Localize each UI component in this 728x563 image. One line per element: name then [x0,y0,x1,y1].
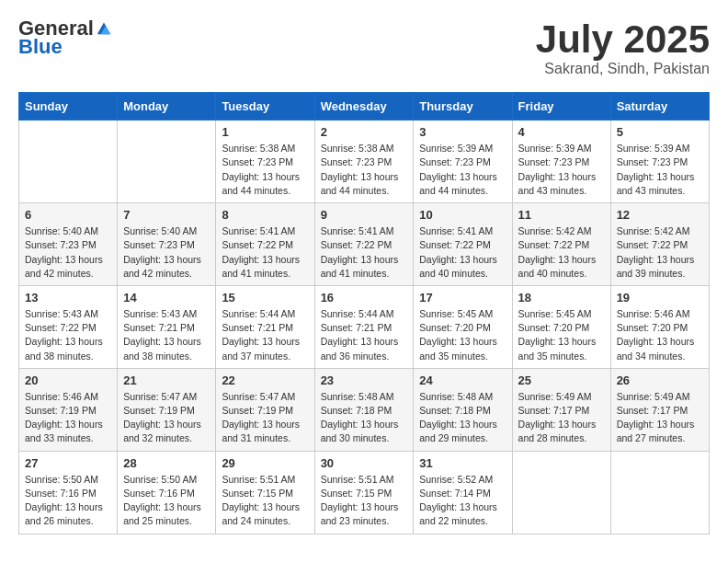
day-info: Sunrise: 5:51 AMSunset: 7:15 PMDaylight:… [222,473,308,529]
day-info: Sunrise: 5:50 AMSunset: 7:16 PMDaylight:… [25,473,111,529]
calendar-table: SundayMondayTuesdayWednesdayThursdayFrid… [18,92,710,534]
calendar-cell: 8Sunrise: 5:41 AMSunset: 7:22 PMDaylight… [216,203,314,286]
calendar-cell: 20Sunrise: 5:46 AMSunset: 7:19 PMDayligh… [19,368,118,451]
day-number: 1 [222,125,308,139]
day-number: 12 [617,208,703,222]
day-number: 23 [321,373,408,387]
day-number: 10 [419,208,506,222]
calendar-cell: 18Sunrise: 5:45 AMSunset: 7:20 PMDayligh… [512,285,610,368]
day-info: Sunrise: 5:47 AMSunset: 7:19 PMDaylight:… [123,390,210,446]
calendar-cell: 21Sunrise: 5:47 AMSunset: 7:19 PMDayligh… [118,368,216,451]
calendar-cell: 5Sunrise: 5:39 AMSunset: 7:23 PMDaylight… [610,121,709,203]
day-number: 28 [123,456,210,470]
day-number: 6 [25,208,111,222]
calendar-cell: 1Sunrise: 5:38 AMSunset: 7:23 PMDaylight… [216,121,314,203]
calendar-week-row: 6Sunrise: 5:40 AMSunset: 7:23 PMDaylight… [19,203,710,286]
calendar-week-row: 13Sunrise: 5:43 AMSunset: 7:22 PMDayligh… [19,285,710,368]
calendar-cell: 6Sunrise: 5:40 AMSunset: 7:23 PMDaylight… [19,203,118,286]
calendar-cell [118,121,216,203]
day-number: 11 [518,208,605,222]
calendar-cell: 17Sunrise: 5:45 AMSunset: 7:20 PMDayligh… [414,285,512,368]
day-info: Sunrise: 5:42 AMSunset: 7:22 PMDaylight:… [617,224,703,281]
day-number: 16 [321,291,408,304]
calendar-cell [19,121,118,203]
day-number: 13 [25,291,111,304]
calendar-week-row: 20Sunrise: 5:46 AMSunset: 7:19 PMDayligh… [19,368,710,451]
day-info: Sunrise: 5:45 AMSunset: 7:20 PMDaylight:… [419,307,506,363]
day-info: Sunrise: 5:48 AMSunset: 7:18 PMDaylight:… [419,390,506,446]
day-number: 15 [222,291,308,304]
day-info: Sunrise: 5:44 AMSunset: 7:21 PMDaylight:… [321,307,408,363]
calendar-cell: 27Sunrise: 5:50 AMSunset: 7:16 PMDayligh… [19,451,118,534]
calendar-cell: 26Sunrise: 5:49 AMSunset: 7:17 PMDayligh… [610,368,709,451]
day-info: Sunrise: 5:50 AMSunset: 7:16 PMDaylight:… [123,473,210,529]
calendar-cell: 3Sunrise: 5:39 AMSunset: 7:23 PMDaylight… [414,121,512,203]
day-number: 18 [518,291,605,304]
day-info: Sunrise: 5:44 AMSunset: 7:21 PMDaylight:… [222,307,308,363]
day-of-week-header: Thursday [414,93,512,121]
day-number: 22 [222,373,308,387]
day-of-week-header: Monday [118,93,216,121]
day-number: 20 [25,373,111,387]
day-info: Sunrise: 5:41 AMSunset: 7:22 PMDaylight:… [222,224,308,281]
calendar-cell: 23Sunrise: 5:48 AMSunset: 7:18 PMDayligh… [314,368,414,451]
day-of-week-header: Wednesday [314,93,414,121]
calendar-cell: 2Sunrise: 5:38 AMSunset: 7:23 PMDaylight… [314,121,414,203]
calendar-cell [610,451,709,534]
day-of-week-header: Saturday [610,93,709,121]
calendar-cell: 28Sunrise: 5:50 AMSunset: 7:16 PMDayligh… [118,451,216,534]
title-block: July 2025 Sakrand, Sindh, Pakistan [536,18,710,77]
calendar-cell: 13Sunrise: 5:43 AMSunset: 7:22 PMDayligh… [19,285,118,368]
day-of-week-header: Tuesday [216,93,314,121]
day-number: 31 [419,456,506,470]
day-number: 9 [321,208,408,222]
day-number: 27 [25,456,111,470]
calendar-cell [512,451,610,534]
day-number: 26 [617,373,703,387]
day-info: Sunrise: 5:43 AMSunset: 7:21 PMDaylight:… [123,307,210,363]
location-title: Sakrand, Sindh, Pakistan [536,61,710,77]
day-info: Sunrise: 5:49 AMSunset: 7:17 PMDaylight:… [518,390,605,446]
day-of-week-header: Sunday [19,93,118,121]
page-header: General Blue July 2025 Sakrand, Sindh, P… [18,18,710,77]
day-info: Sunrise: 5:42 AMSunset: 7:22 PMDaylight:… [518,224,605,281]
day-info: Sunrise: 5:41 AMSunset: 7:22 PMDaylight:… [321,224,408,281]
calendar-cell: 16Sunrise: 5:44 AMSunset: 7:21 PMDayligh… [314,285,414,368]
logo: General Blue [18,18,112,59]
day-number: 25 [518,373,605,387]
day-number: 8 [222,208,308,222]
calendar-cell: 7Sunrise: 5:40 AMSunset: 7:23 PMDaylight… [118,203,216,286]
month-title: July 2025 [536,18,710,61]
day-of-week-header: Friday [512,93,610,121]
day-info: Sunrise: 5:38 AMSunset: 7:23 PMDaylight:… [222,142,308,198]
calendar-cell: 11Sunrise: 5:42 AMSunset: 7:22 PMDayligh… [512,203,610,286]
logo-blue-text: Blue [18,35,63,59]
day-number: 30 [321,456,408,470]
calendar-week-row: 27Sunrise: 5:50 AMSunset: 7:16 PMDayligh… [19,451,710,534]
calendar-cell: 31Sunrise: 5:52 AMSunset: 7:14 PMDayligh… [414,451,512,534]
day-info: Sunrise: 5:41 AMSunset: 7:22 PMDaylight:… [419,224,506,281]
day-info: Sunrise: 5:39 AMSunset: 7:23 PMDaylight:… [617,142,703,198]
day-number: 19 [617,291,703,304]
day-number: 21 [123,373,210,387]
calendar-cell: 22Sunrise: 5:47 AMSunset: 7:19 PMDayligh… [216,368,314,451]
day-number: 29 [222,456,308,470]
calendar-cell: 25Sunrise: 5:49 AMSunset: 7:17 PMDayligh… [512,368,610,451]
day-number: 3 [419,125,506,139]
calendar-cell: 29Sunrise: 5:51 AMSunset: 7:15 PMDayligh… [216,451,314,534]
day-number: 5 [617,125,703,139]
day-info: Sunrise: 5:39 AMSunset: 7:23 PMDaylight:… [419,142,506,198]
day-info: Sunrise: 5:46 AMSunset: 7:19 PMDaylight:… [25,390,111,446]
day-number: 7 [123,208,210,222]
day-info: Sunrise: 5:46 AMSunset: 7:20 PMDaylight:… [617,307,703,363]
calendar-cell: 19Sunrise: 5:46 AMSunset: 7:20 PMDayligh… [610,285,709,368]
calendar-cell: 30Sunrise: 5:51 AMSunset: 7:15 PMDayligh… [314,451,414,534]
calendar-cell: 14Sunrise: 5:43 AMSunset: 7:21 PMDayligh… [118,285,216,368]
day-info: Sunrise: 5:51 AMSunset: 7:15 PMDaylight:… [321,473,408,529]
calendar-cell: 4Sunrise: 5:39 AMSunset: 7:23 PMDaylight… [512,121,610,203]
day-info: Sunrise: 5:48 AMSunset: 7:18 PMDaylight:… [321,390,408,446]
day-info: Sunrise: 5:40 AMSunset: 7:23 PMDaylight:… [123,224,210,281]
day-number: 24 [419,373,506,387]
calendar-cell: 9Sunrise: 5:41 AMSunset: 7:22 PMDaylight… [314,203,414,286]
calendar-cell: 10Sunrise: 5:41 AMSunset: 7:22 PMDayligh… [414,203,512,286]
